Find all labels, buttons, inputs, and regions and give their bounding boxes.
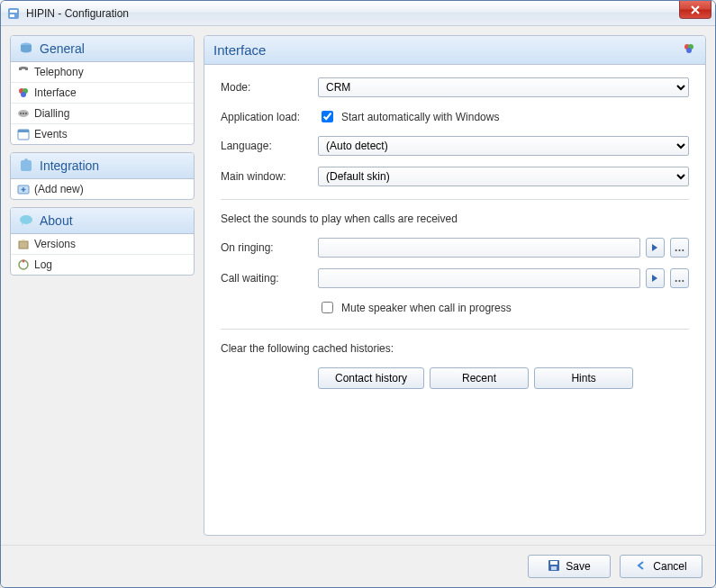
row-mode: Mode: CRM bbox=[221, 77, 689, 97]
nav-header-label: About bbox=[40, 213, 73, 228]
nav-item-label: (Add new) bbox=[34, 183, 84, 195]
svg-rect-2 bbox=[10, 14, 14, 17]
contact-history-button[interactable]: Contact history bbox=[318, 367, 424, 389]
mute-checkbox[interactable] bbox=[322, 302, 333, 313]
svg-rect-12 bbox=[18, 130, 29, 132]
panel-title: Interface bbox=[213, 42, 266, 58]
color-circle-icon bbox=[682, 41, 696, 59]
nav-header-label: General bbox=[40, 41, 85, 56]
log-icon bbox=[16, 258, 31, 272]
label-mode: Mode: bbox=[221, 81, 318, 94]
play-button[interactable] bbox=[646, 238, 665, 258]
hints-button[interactable]: Hints bbox=[534, 367, 633, 389]
label-on-ringing: On ringing: bbox=[221, 241, 318, 254]
titlebar[interactable]: HIPIN - Configuration bbox=[1, 1, 715, 26]
call-waiting-input[interactable] bbox=[318, 268, 640, 288]
telephone-icon bbox=[16, 65, 31, 79]
autostart-label: Start automatically with Windows bbox=[341, 111, 499, 123]
svg-point-19 bbox=[23, 260, 25, 263]
puzzle-icon bbox=[18, 158, 34, 174]
svg-point-8 bbox=[20, 113, 22, 114]
back-icon bbox=[635, 559, 648, 574]
autostart-checkbox[interactable] bbox=[322, 111, 333, 122]
sounds-section-text: Select the sounds to play when calls are… bbox=[221, 213, 689, 225]
label-mainwindow: Main window: bbox=[221, 170, 318, 183]
label-call-waiting: Call waiting: bbox=[221, 272, 318, 285]
panel-body: Mode: CRM Application load: Start automa… bbox=[204, 65, 705, 535]
nav-item-events[interactable]: Events bbox=[11, 124, 194, 144]
svg-point-16 bbox=[20, 215, 32, 224]
svg-rect-25 bbox=[551, 566, 557, 570]
window-controls bbox=[679, 1, 715, 19]
cancel-label: Cancel bbox=[653, 560, 686, 573]
label-appload: Application load: bbox=[221, 111, 318, 123]
svg-point-14 bbox=[24, 158, 28, 162]
ellipsis-icon: … bbox=[674, 241, 684, 254]
svg-point-9 bbox=[23, 113, 24, 114]
save-button[interactable]: Save bbox=[528, 555, 611, 578]
mainwindow-select[interactable]: (Default skin) bbox=[318, 167, 689, 186]
footer: Save Cancel bbox=[1, 545, 715, 587]
content-area: General Telephony Interface bbox=[1, 26, 715, 545]
dialpad-icon bbox=[16, 106, 31, 121]
main-panel: Interface Mode: CRM Application load: bbox=[204, 35, 706, 536]
row-call-waiting: Call waiting: … bbox=[221, 268, 689, 288]
nav-header-general[interactable]: General bbox=[11, 36, 194, 62]
nav-item-label: Interface bbox=[34, 86, 77, 99]
nav-item-label: Telephony bbox=[34, 66, 84, 78]
row-mainwindow: Main window: (Default skin) bbox=[221, 167, 689, 186]
svg-point-6 bbox=[21, 92, 26, 97]
svg-rect-1 bbox=[10, 10, 17, 13]
browse-button[interactable]: … bbox=[670, 268, 689, 288]
svg-rect-24 bbox=[550, 561, 557, 565]
nav-item-label: Events bbox=[34, 128, 68, 140]
sidebar: General Telephony Interface bbox=[10, 35, 195, 536]
nav-group-general: General Telephony Interface bbox=[10, 35, 195, 145]
app-icon bbox=[6, 6, 21, 21]
nav-header-label: Integration bbox=[40, 158, 99, 173]
nav-item-add-new[interactable]: (Add new) bbox=[11, 179, 194, 199]
save-label: Save bbox=[566, 560, 590, 573]
row-on-ringing: On ringing: … bbox=[221, 238, 689, 258]
speech-bubble-icon bbox=[18, 213, 34, 229]
divider bbox=[221, 199, 689, 200]
nav-item-telephony[interactable]: Telephony bbox=[11, 62, 194, 83]
nav-header-about[interactable]: About bbox=[11, 208, 194, 234]
recent-button[interactable]: Recent bbox=[430, 367, 529, 389]
play-button[interactable] bbox=[646, 268, 665, 288]
row-mute: Mute speaker when call in progress bbox=[221, 299, 689, 316]
language-select[interactable]: (Auto detect) bbox=[318, 136, 689, 156]
clear-section-text: Clear the following cached histories: bbox=[221, 342, 689, 355]
nav-item-label: Log bbox=[34, 258, 52, 271]
nav-item-label: Versions bbox=[34, 238, 76, 250]
ellipsis-icon: … bbox=[674, 272, 684, 285]
config-window: HIPIN - Configuration General bbox=[0, 0, 716, 588]
row-language: Language: (Auto detect) bbox=[221, 136, 689, 156]
save-icon bbox=[548, 559, 560, 574]
cancel-button[interactable]: Cancel bbox=[620, 555, 702, 578]
database-icon bbox=[18, 41, 34, 57]
nav-item-label: Dialling bbox=[34, 107, 69, 120]
browse-button[interactable]: … bbox=[670, 238, 689, 258]
nav-group-integration: Integration (Add new) bbox=[10, 152, 195, 200]
nav-item-log[interactable]: Log bbox=[11, 255, 194, 275]
nav-group-about: About Versions Log bbox=[10, 207, 195, 276]
divider bbox=[221, 329, 689, 330]
box-icon bbox=[16, 237, 31, 251]
nav-item-interface[interactable]: Interface bbox=[11, 83, 194, 104]
color-circle-icon bbox=[16, 86, 31, 100]
close-button[interactable] bbox=[679, 1, 711, 19]
calendar-icon bbox=[16, 127, 31, 141]
svg-rect-17 bbox=[19, 241, 28, 249]
svg-point-22 bbox=[686, 48, 692, 53]
nav-header-integration[interactable]: Integration bbox=[11, 153, 194, 179]
row-clear-buttons: Contact history Recent Hints bbox=[221, 367, 689, 389]
add-icon bbox=[16, 182, 31, 196]
nav-item-versions[interactable]: Versions bbox=[11, 234, 194, 255]
row-appload: Application load: Start automatically wi… bbox=[221, 108, 689, 125]
nav-item-dialling[interactable]: Dialling bbox=[11, 104, 194, 124]
on-ringing-input[interactable] bbox=[318, 238, 640, 258]
mode-select[interactable]: CRM bbox=[318, 77, 689, 97]
svg-point-10 bbox=[25, 113, 27, 114]
svg-rect-0 bbox=[8, 8, 19, 19]
